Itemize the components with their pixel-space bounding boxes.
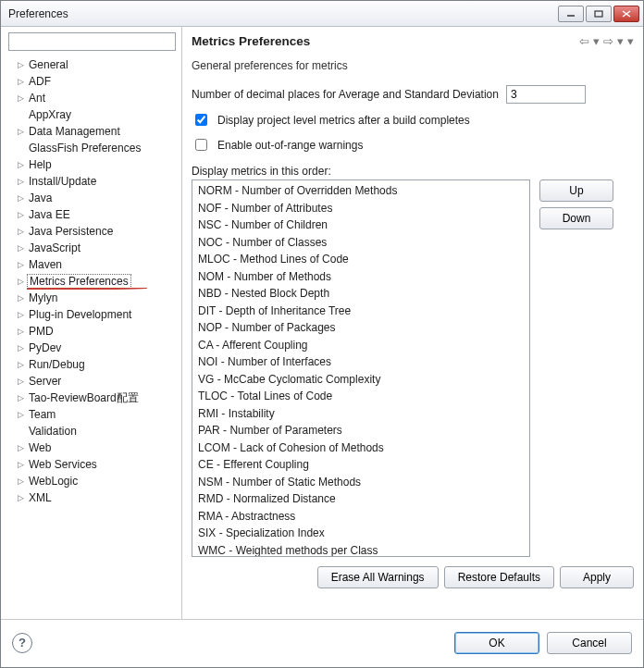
- tree-item[interactable]: ▷Install/Update: [6, 173, 180, 190]
- tree-item[interactable]: ▷Data Management: [6, 123, 180, 140]
- up-button[interactable]: Up: [539, 179, 613, 202]
- tree-item[interactable]: ▷Server: [6, 373, 180, 390]
- tree-item[interactable]: ▷Java Persistence: [6, 223, 180, 240]
- tree-item[interactable]: ▷Team: [6, 406, 180, 423]
- tree-item[interactable]: GlassFish Preferences: [6, 140, 180, 156]
- expand-icon[interactable]: ▷: [16, 160, 25, 169]
- tree-item[interactable]: ▷WebLogic: [6, 473, 180, 489]
- tree-item[interactable]: ▷Help: [6, 156, 180, 173]
- expand-icon[interactable]: ▷: [16, 277, 25, 286]
- view-menu-icon[interactable]: ▾: [627, 34, 634, 48]
- expand-icon[interactable]: ▷: [16, 393, 25, 402]
- list-item[interactable]: NSM - Number of Static Methods: [194, 474, 527, 491]
- expand-icon[interactable]: ▷: [16, 360, 25, 369]
- tree-item-label: PyDev: [27, 341, 63, 354]
- maximize-button[interactable]: [586, 6, 612, 22]
- tree-item[interactable]: ▷XML: [6, 489, 180, 506]
- erase-warnings-button[interactable]: Erase All Warnings: [317, 566, 439, 588]
- list-item[interactable]: RMA - Abstractness: [194, 508, 527, 526]
- filter-input[interactable]: [8, 32, 176, 51]
- tree-item[interactable]: ▷JavaScript: [6, 240, 180, 256]
- tree-item[interactable]: ▷ADF: [6, 73, 180, 90]
- list-item[interactable]: NOP - Number of Packages: [194, 319, 527, 337]
- preferences-tree[interactable]: ▷General▷ADF▷AntAppXray▷Data ManagementG…: [5, 56, 180, 613]
- list-item[interactable]: VG - McCabe Cyclomatic Complexity: [194, 371, 527, 389]
- list-item[interactable]: CE - Efferent Coupling: [194, 456, 527, 474]
- decimal-places-input[interactable]: [506, 85, 586, 104]
- expand-icon[interactable]: ▷: [16, 493, 25, 502]
- enable-warnings-checkbox[interactable]: [195, 139, 207, 151]
- expand-icon[interactable]: ▷: [16, 177, 25, 186]
- list-item[interactable]: NBD - Nested Block Depth: [194, 285, 527, 303]
- tree-item[interactable]: ▷Java EE: [6, 206, 180, 223]
- list-item[interactable]: RMI - Instability: [194, 405, 527, 423]
- list-item[interactable]: PAR - Number of Parameters: [194, 422, 527, 439]
- expand-icon[interactable]: ▷: [16, 343, 25, 353]
- tree-item[interactable]: ▷PMD: [6, 323, 180, 340]
- list-item[interactable]: SIX - Specialization Index: [194, 525, 527, 542]
- tree-item[interactable]: ▷General: [6, 56, 180, 73]
- display-after-build-checkbox[interactable]: [195, 114, 207, 126]
- list-item[interactable]: NORM - Number of Overridden Methods: [194, 182, 527, 200]
- list-item[interactable]: WMC - Weighted methods per Class: [194, 542, 527, 558]
- expand-icon[interactable]: ▷: [16, 460, 25, 469]
- tree-item-label: Java: [27, 192, 54, 204]
- forward-icon[interactable]: ⇨: [603, 34, 613, 48]
- tree-item[interactable]: ▷Java: [6, 190, 180, 206]
- expand-icon[interactable]: ▷: [16, 227, 25, 236]
- list-item[interactable]: RMD - Normalized Distance: [194, 490, 527, 508]
- tree-item[interactable]: ▷Metrics Preferences: [6, 273, 180, 290]
- list-item[interactable]: MLOC - Method Lines of Code: [194, 251, 527, 268]
- tree-item[interactable]: ▷Ant: [6, 90, 180, 106]
- restore-defaults-button[interactable]: Restore Defaults: [444, 566, 554, 588]
- expand-icon[interactable]: ▷: [16, 193, 25, 203]
- expand-icon[interactable]: ▷: [16, 93, 25, 103]
- list-item[interactable]: CA - Afferent Coupling: [194, 337, 527, 354]
- expand-icon[interactable]: ▷: [16, 293, 25, 303]
- expand-icon[interactable]: ▷: [16, 377, 25, 386]
- list-item[interactable]: NOI - Number of Interfaces: [194, 353, 527, 371]
- tree-item[interactable]: ▷Web Services: [6, 456, 180, 473]
- expand-icon[interactable]: ▷: [16, 260, 25, 269]
- tree-item-label: Team: [27, 408, 57, 421]
- expand-icon[interactable]: ▷: [16, 476, 25, 486]
- tree-item[interactable]: ▷Run/Debug: [6, 356, 180, 373]
- tree-item[interactable]: ▷PyDev: [6, 340, 180, 356]
- tree-item[interactable]: ▷Plug-in Development: [6, 306, 180, 323]
- expand-icon[interactable]: ▷: [16, 327, 25, 336]
- tree-item[interactable]: ▷Web: [6, 439, 180, 456]
- tree-item[interactable]: AppXray: [6, 106, 180, 123]
- expand-icon[interactable]: ▷: [16, 77, 25, 86]
- back-menu-icon[interactable]: ▾: [593, 34, 600, 48]
- expand-icon[interactable]: ▷: [16, 410, 25, 419]
- close-button[interactable]: [613, 6, 639, 22]
- dialog-footer: ? OK Cancel: [1, 619, 643, 665]
- expand-icon[interactable]: ▷: [16, 310, 25, 319]
- help-icon[interactable]: ?: [12, 633, 32, 653]
- down-button[interactable]: Down: [539, 207, 613, 229]
- cancel-button[interactable]: Cancel: [547, 632, 632, 654]
- expand-icon[interactable]: ▷: [16, 60, 25, 69]
- apply-button[interactable]: Apply: [560, 566, 634, 588]
- metrics-order-list[interactable]: NORM - Number of Overridden MethodsNOF -…: [192, 179, 530, 557]
- expand-icon[interactable]: ▷: [16, 210, 25, 219]
- tree-item-label: Java EE: [27, 208, 72, 221]
- list-item[interactable]: LCOM - Lack of Cohesion of Methods: [194, 439, 527, 457]
- minimize-button[interactable]: [558, 6, 584, 22]
- back-icon[interactable]: ⇦: [579, 34, 589, 48]
- forward-menu-icon[interactable]: ▾: [617, 34, 624, 48]
- list-item[interactable]: TLOC - Total Lines of Code: [194, 388, 527, 405]
- list-item[interactable]: NSC - Number of Children: [194, 216, 527, 234]
- list-item[interactable]: NOC - Number of Classes: [194, 234, 527, 252]
- tree-item[interactable]: ▷Mylyn: [6, 290, 180, 306]
- list-item[interactable]: NOM - Number of Methods: [194, 268, 527, 286]
- tree-item[interactable]: Validation: [6, 423, 180, 439]
- list-item[interactable]: NOF - Number of Attributes: [194, 200, 527, 217]
- expand-icon[interactable]: ▷: [16, 243, 25, 253]
- ok-button[interactable]: OK: [454, 632, 539, 654]
- tree-item[interactable]: ▷Tao-ReviewBoard配置: [6, 390, 180, 406]
- list-item[interactable]: DIT - Depth of Inheritance Tree: [194, 303, 527, 320]
- expand-icon[interactable]: ▷: [16, 443, 25, 452]
- expand-icon[interactable]: ▷: [16, 127, 25, 136]
- tree-item[interactable]: ▷Maven: [6, 256, 180, 273]
